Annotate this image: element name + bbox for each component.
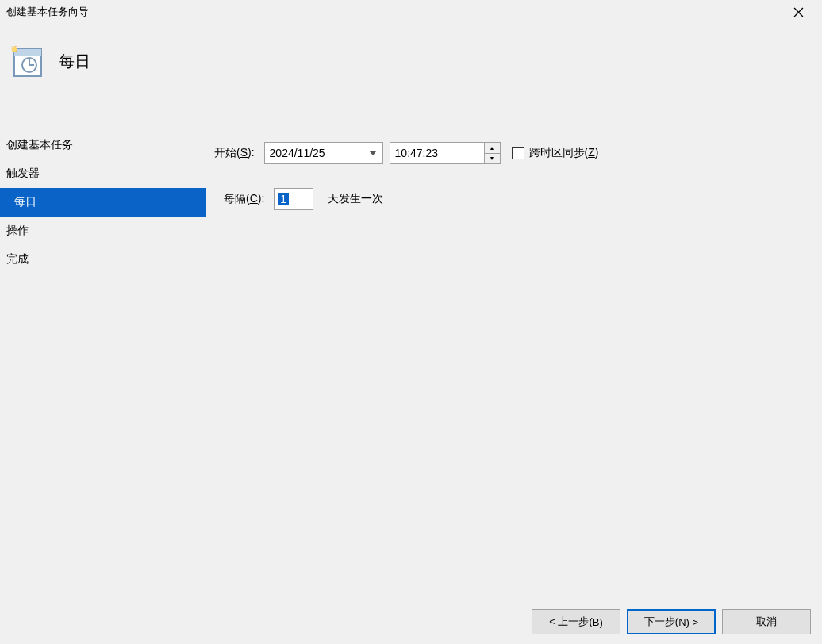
start-label: 开始(S): (214, 146, 255, 160)
next-button[interactable]: 下一步(N) > (627, 609, 716, 634)
page-title: 每日 (59, 51, 90, 72)
interval-input[interactable]: 1 (274, 188, 313, 210)
sync-timezones-checkbox[interactable]: 跨时区同步(Z) (512, 146, 599, 160)
sidebar-item-daily[interactable]: 每日 (0, 188, 206, 217)
sidebar-item-trigger[interactable]: 触发器 (0, 159, 206, 188)
start-date-input[interactable]: 2024/11/25 (264, 142, 383, 164)
spinner-up-icon[interactable]: ▲ (485, 143, 500, 154)
start-time-value: 10:47:23 (395, 147, 439, 159)
chevron-down-icon (368, 148, 378, 158)
svg-marker-10 (370, 151, 376, 155)
close-button[interactable] (782, 2, 814, 21)
cancel-button[interactable]: 取消 (722, 609, 811, 634)
spinner-down-icon[interactable]: ▼ (485, 154, 500, 164)
svg-rect-3 (14, 49, 41, 56)
back-button[interactable]: < 上一步(B) (532, 609, 620, 634)
sidebar-item-create-basic-task[interactable]: 创建基本任务 (0, 131, 206, 159)
interval-unit-label: 天发生一次 (328, 192, 383, 206)
svg-point-9 (12, 47, 17, 52)
time-spinner[interactable]: ▲ ▼ (484, 143, 500, 163)
interval-label: 每隔(C): (224, 192, 264, 206)
window-title: 创建基本任务向导 (6, 5, 89, 19)
sidebar-item-finish[interactable]: 完成 (0, 245, 206, 274)
checkbox-box (512, 147, 524, 159)
interval-value: 1 (278, 193, 289, 205)
wizard-icon (10, 44, 43, 78)
start-time-input[interactable]: 10:47:23 ▲ ▼ (390, 142, 501, 164)
sync-label: 跨时区同步(Z) (529, 146, 599, 160)
start-date-value: 2024/11/25 (270, 147, 325, 159)
wizard-steps: 创建基本任务 触发器 每日 操作 完成 (0, 131, 206, 600)
close-icon (793, 7, 804, 17)
sidebar-item-action[interactable]: 操作 (0, 217, 206, 245)
